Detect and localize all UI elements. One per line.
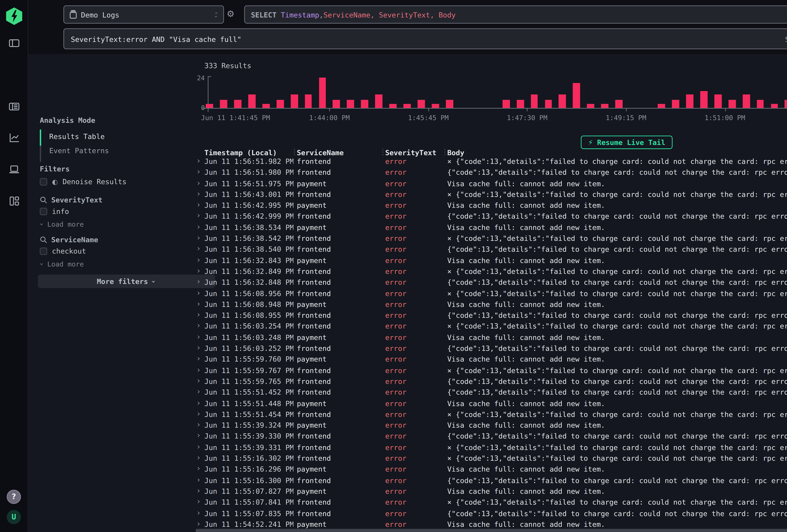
load-more-link[interactable]: ›Load more	[40, 260, 84, 268]
row-expand-chevron-icon[interactable]: ›	[196, 453, 201, 464]
filter-option-info[interactable]: info	[40, 207, 69, 215]
histogram-bar[interactable]	[714, 95, 722, 108]
histogram-bar-slot[interactable]	[612, 76, 626, 108]
histogram-bar-slot[interactable]	[583, 76, 598, 108]
row-expand-chevron-icon[interactable]: ›	[196, 365, 201, 376]
table-row[interactable]: ›Jun 11 1:56:03.252 PMfrontenderror{"cod…	[196, 343, 787, 354]
row-expand-chevron-icon[interactable]: ›	[196, 277, 201, 288]
row-expand-chevron-icon[interactable]: ›	[196, 398, 201, 409]
histogram-bar[interactable]	[545, 100, 552, 108]
row-expand-chevron-icon[interactable]: ›	[196, 343, 201, 354]
row-expand-chevron-icon[interactable]: ›	[196, 244, 201, 255]
table-row[interactable]: ›Jun 11 1:56:38.540 PMfrontenderror{"cod…	[196, 244, 787, 255]
denoise-results-filter[interactable]: ◐ Denoise Results	[40, 177, 127, 186]
histogram-bar-slot[interactable]	[301, 76, 315, 108]
histogram-bar-slot[interactable]	[640, 76, 654, 108]
histogram-bar-slot[interactable]	[428, 76, 443, 108]
resume-live-tail-button[interactable]: ⚡ Resume Live Tail	[581, 135, 673, 149]
histogram-bar-slot[interactable]	[203, 76, 217, 108]
histogram-bar[interactable]	[220, 100, 227, 108]
histogram-bar[interactable]	[418, 100, 425, 108]
row-expand-chevron-icon[interactable]: ›	[196, 255, 201, 266]
row-expand-chevron-icon[interactable]: ›	[196, 299, 201, 310]
col-header-severitytext[interactable]: SeverityText	[385, 148, 436, 156]
table-row[interactable]: ›Jun 11 1:56:42.995 PMpaymenterrorVisa c…	[196, 200, 787, 211]
row-expand-chevron-icon[interactable]: ›	[196, 332, 201, 343]
histogram-bar-slot[interactable]	[315, 76, 329, 108]
table-row[interactable]: ›Jun 11 1:54:52.241 PMpaymenterrorVisa c…	[196, 518, 787, 529]
table-row[interactable]: ›Jun 11 1:56:32.849 PMfrontenderror× {"c…	[196, 266, 787, 277]
row-expand-chevron-icon[interactable]: ›	[196, 266, 201, 277]
histogram-bar-slot[interactable]	[782, 76, 787, 108]
row-expand-chevron-icon[interactable]: ›	[196, 474, 201, 486]
histogram-bar-slot[interactable]	[570, 76, 584, 108]
histogram-bar-slot[interactable]	[626, 76, 640, 108]
table-row[interactable]: ›Jun 11 1:55:39.324 PMpaymenterrorVisa c…	[196, 420, 787, 431]
analysis-mode-item-results-table[interactable]: Results Table	[49, 132, 105, 140]
checkout-checkbox[interactable]	[40, 247, 47, 255]
histogram-bar[interactable]	[234, 100, 241, 108]
histogram-bar[interactable]	[573, 83, 580, 108]
histogram-bar[interactable]	[304, 95, 312, 108]
histogram-bar-slot[interactable]	[443, 76, 456, 108]
table-row[interactable]: ›Jun 11 1:56:51.980 PMfrontenderror{"cod…	[196, 167, 787, 178]
analysis-mode-item-event-patterns[interactable]: Event Patterns	[49, 146, 109, 154]
table-row[interactable]: ›Jun 11 1:56:42.999 PMfrontenderror{"cod…	[196, 211, 787, 222]
histogram-bar[interactable]	[615, 100, 623, 108]
row-expand-chevron-icon[interactable]: ›	[196, 409, 201, 420]
histogram-bar[interactable]	[375, 95, 383, 108]
histogram-bar[interactable]	[276, 100, 284, 108]
table-row[interactable]: ›Jun 11 1:56:03.254 PMfrontenderror× {"c…	[196, 321, 787, 332]
hyperdx-logo-icon[interactable]	[6, 7, 22, 25]
info-checkbox[interactable]	[40, 208, 47, 215]
row-expand-chevron-icon[interactable]: ›	[196, 354, 201, 365]
histogram-bar[interactable]	[700, 91, 707, 108]
histogram-bar-slot[interactable]	[683, 76, 697, 108]
histogram-bar-slot[interactable]	[739, 76, 753, 108]
dashboards-icon[interactable]	[9, 196, 20, 207]
load-more-link[interactable]: ›Load more	[40, 220, 84, 228]
row-expand-chevron-icon[interactable]: ›	[196, 442, 201, 453]
col-header-timestamp[interactable]: Timestamp (Local)	[205, 148, 277, 156]
row-expand-chevron-icon[interactable]: ›	[196, 387, 201, 398]
horizontal-scrollbar-thumb[interactable]	[196, 529, 787, 532]
histogram-bar[interactable]	[503, 100, 510, 108]
row-expand-chevron-icon[interactable]: ›	[196, 420, 201, 431]
histogram-bar[interactable]	[389, 104, 397, 108]
histogram-bar-slot[interactable]	[245, 76, 259, 108]
source-settings-gear-icon[interactable]: ⚙	[227, 9, 235, 19]
histogram-bar[interactable]	[742, 95, 750, 108]
row-expand-chevron-icon[interactable]: ›	[196, 211, 201, 222]
histogram-bar-slot[interactable]	[386, 76, 400, 108]
histogram-bar-slot[interactable]	[499, 76, 513, 108]
table-row[interactable]: ›Jun 11 1:55:59.765 PMfrontenderror{"cod…	[196, 376, 787, 387]
histogram-bar[interactable]	[262, 104, 270, 108]
histogram-bar[interactable]	[347, 100, 355, 108]
histogram-bar-slot[interactable]	[456, 76, 471, 108]
table-row[interactable]: ›Jun 11 1:55:39.331 PMfrontenderror× {"c…	[196, 442, 787, 453]
histogram-bar-slot[interactable]	[697, 76, 711, 108]
table-row[interactable]: ›Jun 11 1:55:16.300 PMfrontenderror{"cod…	[196, 474, 787, 486]
search-logs-icon[interactable]	[9, 101, 20, 112]
histogram-bar-slot[interactable]	[344, 76, 358, 108]
table-row[interactable]: ›Jun 11 1:55:51.454 PMfrontenderror× {"c…	[196, 409, 787, 420]
histogram-bar[interactable]	[587, 104, 595, 108]
histogram-bar-slot[interactable]	[541, 76, 555, 108]
histogram-bar-slot[interactable]	[668, 76, 683, 108]
select-columns-input[interactable]: SELECT Timestamp, ServiceName, SeverityT…	[244, 5, 787, 24]
table-row[interactable]: ›Jun 11 1:56:08.956 PMfrontenderror× {"c…	[196, 288, 787, 299]
row-expand-chevron-icon[interactable]: ›	[196, 496, 201, 508]
collapse-sidebar-icon[interactable]	[9, 38, 20, 49]
table-row[interactable]: ›Jun 11 1:55:51.448 PMpaymenterrorVisa c…	[196, 398, 787, 409]
histogram-bar-slot[interactable]	[414, 76, 428, 108]
row-expand-chevron-icon[interactable]: ›	[196, 200, 201, 211]
row-expand-chevron-icon[interactable]: ›	[196, 233, 201, 244]
histogram-bar-slot[interactable]	[767, 76, 782, 108]
chart-explorer-icon[interactable]	[9, 132, 20, 143]
row-expand-chevron-icon[interactable]: ›	[196, 518, 201, 529]
row-expand-chevron-icon[interactable]: ›	[196, 431, 201, 442]
table-row[interactable]: ›Jun 11 1:55:16.296 PMpaymenterrorVisa c…	[196, 464, 787, 475]
search-query-input[interactable]: SeverityText:error AND "Visa cache full"…	[63, 28, 787, 49]
results-histogram[interactable]: 24 0 Jun 11 1:41:45 PM1:44:00 PM1:45:45 …	[208, 76, 787, 108]
row-expand-chevron-icon[interactable]: ›	[196, 508, 201, 518]
